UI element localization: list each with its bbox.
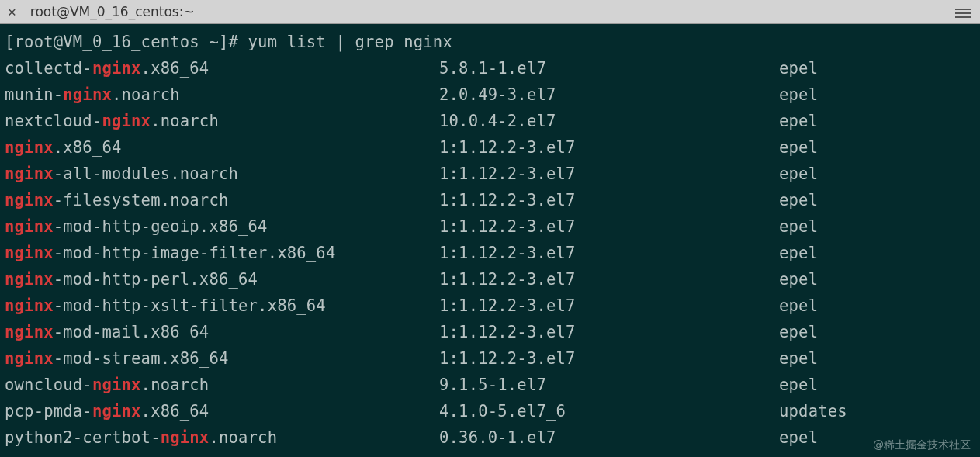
output-row: nginx-mod-http-perl.x86_641:1.12.2-3.el7… — [5, 266, 975, 293]
output-row: nginx-mod-http-image-filter.x86_641:1.12… — [5, 240, 975, 266]
package-name: nextcloud-nginx.noarch — [5, 108, 439, 134]
output-row: nginx.x86_641:1.12.2-3.el7epel — [5, 134, 975, 161]
package-version: 1:1.12.2-3.el7 — [439, 345, 779, 372]
close-icon[interactable]: ✕ — [8, 5, 16, 19]
package-repo: epel — [779, 372, 975, 398]
watermark: @稀土掘金技术社区 — [873, 438, 971, 452]
window-titlebar: ✕ root@VM_0_16_centos:~ — [0, 0, 980, 24]
package-name: nginx-mod-http-geoip.x86_64 — [5, 213, 439, 240]
package-version: 1:1.12.2-3.el7 — [439, 134, 779, 161]
package-name: collectd-nginx.x86_64 — [5, 55, 439, 81]
menu-icon[interactable] — [955, 6, 971, 20]
package-repo: epel — [779, 240, 975, 266]
package-version: 10.0.4-2.el7 — [439, 108, 779, 134]
package-repo: epel — [779, 161, 975, 187]
package-name: nginx-all-modules.noarch — [5, 161, 439, 187]
package-name: nginx-mod-stream.x86_64 — [5, 345, 439, 372]
package-version: 2.0.49-3.el7 — [439, 81, 779, 108]
package-repo: epel — [779, 266, 975, 293]
package-repo: epel — [779, 187, 975, 213]
package-repo: epel — [779, 81, 975, 108]
package-name: nginx-mod-http-image-filter.x86_64 — [5, 240, 439, 266]
package-name: nginx-filesystem.noarch — [5, 187, 439, 213]
package-name: munin-nginx.noarch — [5, 81, 439, 108]
package-version: 1:1.12.2-3.el7 — [439, 213, 779, 240]
package-version: 4.1.0-5.el7_6 — [439, 398, 779, 424]
package-version: 1:1.12.2-3.el7 — [439, 293, 779, 319]
package-name: python2-certbot-nginx.noarch — [5, 424, 439, 451]
output-rows: collectd-nginx.x86_645.8.1-1.el7epelmuni… — [5, 55, 975, 451]
output-row: nginx-filesystem.noarch1:1.12.2-3.el7epe… — [5, 187, 975, 213]
package-name: nginx-mod-http-xslt-filter.x86_64 — [5, 293, 439, 319]
output-row: pcp-pmda-nginx.x86_644.1.0-5.el7_6update… — [5, 398, 975, 424]
package-repo: epel — [779, 293, 975, 319]
package-name: nginx.x86_64 — [5, 134, 439, 161]
package-name: nginx-mod-http-perl.x86_64 — [5, 266, 439, 293]
package-repo: epel — [779, 108, 975, 134]
package-name: owncloud-nginx.noarch — [5, 372, 439, 398]
output-row: nginx-mod-mail.x86_641:1.12.2-3.el7epel — [5, 319, 975, 345]
command-text: yum list | grep nginx — [248, 33, 452, 51]
package-repo: epel — [779, 345, 975, 372]
package-repo: updates — [779, 398, 975, 424]
window-title: root@VM_0_16_centos:~ — [30, 4, 195, 19]
terminal-body[interactable]: [root@VM_0_16_centos ~]# yum list | grep… — [0, 24, 980, 451]
package-version: 1:1.12.2-3.el7 — [439, 240, 779, 266]
package-version: 5.8.1-1.el7 — [439, 55, 779, 81]
output-row: nginx-all-modules.noarch1:1.12.2-3.el7ep… — [5, 161, 975, 187]
package-version: 1:1.12.2-3.el7 — [439, 187, 779, 213]
prompt: [root@VM_0_16_centos ~]# — [5, 33, 248, 51]
prompt-line: [root@VM_0_16_centos ~]# yum list | grep… — [5, 29, 975, 55]
package-version: 9.1.5-1.el7 — [439, 372, 779, 398]
output-row: collectd-nginx.x86_645.8.1-1.el7epel — [5, 55, 975, 81]
output-row: nextcloud-nginx.noarch10.0.4-2.el7epel — [5, 108, 975, 134]
package-version: 1:1.12.2-3.el7 — [439, 161, 779, 187]
output-row: owncloud-nginx.noarch9.1.5-1.el7epel — [5, 372, 975, 398]
package-version: 1:1.12.2-3.el7 — [439, 266, 779, 293]
output-row: nginx-mod-stream.x86_641:1.12.2-3.el7epe… — [5, 345, 975, 372]
package-repo: epel — [779, 134, 975, 161]
output-row: nginx-mod-http-geoip.x86_641:1.12.2-3.el… — [5, 213, 975, 240]
output-row: python2-certbot-nginx.noarch0.36.0-1.el7… — [5, 424, 975, 451]
package-name: pcp-pmda-nginx.x86_64 — [5, 398, 439, 424]
package-repo: epel — [779, 319, 975, 345]
package-repo: epel — [779, 55, 975, 81]
package-name: nginx-mod-mail.x86_64 — [5, 319, 439, 345]
output-row: munin-nginx.noarch2.0.49-3.el7epel — [5, 81, 975, 108]
package-version: 1:1.12.2-3.el7 — [439, 319, 779, 345]
package-version: 0.36.0-1.el7 — [439, 424, 779, 451]
output-row: nginx-mod-http-xslt-filter.x86_641:1.12.… — [5, 293, 975, 319]
package-repo: epel — [779, 213, 975, 240]
